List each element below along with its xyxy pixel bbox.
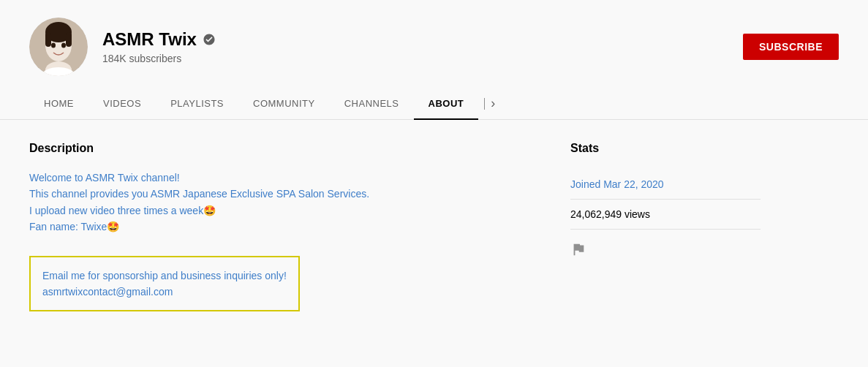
- subscriber-count: 184K subscribers: [102, 53, 216, 64]
- main-content: Description Welcome to ASMR Twix channel…: [0, 120, 868, 333]
- description-title: Description: [29, 142, 527, 155]
- chevron-right-icon[interactable]: ›: [491, 96, 495, 111]
- channel-header: ASMR Twix 184K subscribers SUBSCRIBE: [0, 0, 868, 76]
- nav-more: ›: [481, 96, 495, 111]
- desc-line-3: I upload new video three times a week🤩: [29, 203, 527, 219]
- tab-community[interactable]: COMMUNITY: [238, 88, 330, 119]
- description-section: Description Welcome to ASMR Twix channel…: [29, 142, 527, 311]
- view-count: 24,062,949 views: [570, 200, 761, 230]
- tab-about[interactable]: ABOUT: [414, 88, 479, 119]
- tab-playlists[interactable]: PLAYLISTS: [156, 88, 238, 119]
- channel-info: ASMR Twix 184K subscribers: [29, 18, 216, 76]
- flag-icon[interactable]: [570, 244, 586, 260]
- stats-title: Stats: [570, 142, 761, 155]
- desc-line-1: Welcome to ASMR Twix channel!: [29, 170, 527, 186]
- desc-line-2: This channel provides you ASMR Japanese …: [29, 186, 527, 202]
- svg-rect-5: [66, 32, 72, 47]
- contact-line-2: asmrtwixcontact@gmail.com: [42, 284, 287, 300]
- tab-videos[interactable]: VIDEOS: [88, 88, 156, 119]
- nav-separator: [484, 98, 485, 110]
- flag-item: [570, 230, 761, 273]
- desc-line-4: Fan name: Twixe🤩: [29, 219, 527, 235]
- description-text: Welcome to ASMR Twix channel! This chann…: [29, 170, 527, 235]
- tab-channels[interactable]: CHANNELS: [330, 88, 414, 119]
- svg-point-7: [61, 43, 66, 48]
- subscribe-button[interactable]: SUBSCRIBE: [743, 34, 839, 60]
- svg-point-6: [51, 43, 56, 48]
- channel-name: ASMR Twix: [102, 29, 216, 50]
- nav-tabs: HOME VIDEOS PLAYLISTS COMMUNITY CHANNELS…: [0, 88, 868, 120]
- svg-rect-4: [45, 32, 51, 47]
- joined-date: Joined Mar 22, 2020: [570, 170, 761, 200]
- contact-line-1: Email me for sponsorship and business in…: [42, 268, 287, 284]
- stats-section: Stats Joined Mar 22, 2020 24,062,949 vie…: [570, 142, 761, 311]
- avatar: [29, 18, 88, 76]
- verified-icon: [203, 33, 216, 46]
- channel-text: ASMR Twix 184K subscribers: [102, 29, 216, 64]
- tab-home[interactable]: HOME: [29, 88, 88, 119]
- contact-box: Email me for sponsorship and business in…: [29, 256, 300, 312]
